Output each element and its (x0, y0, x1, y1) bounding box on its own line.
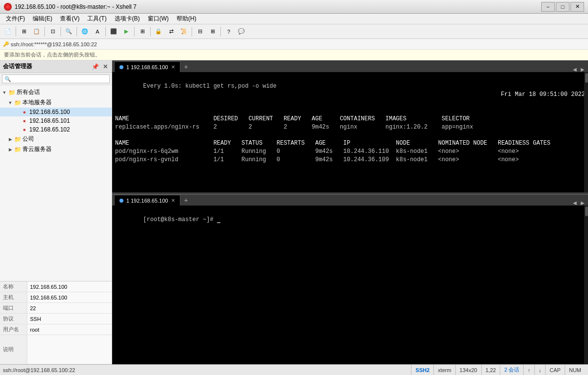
tree-arrow-qingyun: ▶ (7, 147, 14, 152)
folder-local-icon: 📁 (14, 99, 21, 106)
tb-sep-5 (105, 27, 106, 37)
status-up[interactable]: ↑ (523, 365, 534, 375)
menu-window[interactable]: 窗口(W) (144, 14, 173, 24)
sidebar-search-input[interactable] (2, 75, 110, 83)
app-icon (4, 3, 12, 11)
lower-tab-1-label: 1 192.168.65.100 (126, 198, 168, 204)
tree-item-server-102[interactable]: ● 192.168.65.102 (0, 125, 112, 134)
info-label-user: 用户名 (0, 324, 27, 335)
info-row-desc: 说明 (0, 335, 112, 364)
status-num: NUM (565, 365, 585, 375)
tree-item-server-100[interactable]: ● 192.168.65.100 (0, 108, 112, 116)
close-button[interactable]: ✕ (570, 2, 584, 12)
folder-all-icon: 📁 (8, 89, 16, 96)
toolbar: 📄 ⊞ 📋 ⊡ 🔍 🌐 A ⬛ ▶ ⊞ 🔒 ⇄ 📜 ⊟ ⊞ ? 💬 (0, 24, 588, 39)
tb-layout-button[interactable]: ⊞ (137, 26, 148, 37)
tb-help-button[interactable]: ? (223, 26, 235, 37)
tb-paste-button[interactable]: 📋 (31, 26, 42, 37)
tb-search-button[interactable]: 🔍 (63, 26, 75, 37)
menu-tools[interactable]: 工具(T) (83, 14, 110, 24)
term-blank-1 (115, 107, 585, 115)
status-down[interactable]: ↓ (534, 365, 546, 375)
menu-edit[interactable]: 编辑(E) (29, 14, 56, 24)
tree-label-all: 所有会话 (17, 88, 40, 96)
lower-tab-nav-right[interactable]: ▶ (579, 200, 586, 206)
tb-globe-button[interactable]: 🌐 (79, 26, 91, 37)
tree-arrow-local: ▼ (7, 100, 14, 105)
tb-chat-button[interactable]: 💬 (235, 26, 247, 37)
tb-script-button[interactable]: 📜 (178, 26, 190, 37)
server-102-icon: ● (20, 126, 28, 133)
tb-connect-button[interactable]: ⊡ (47, 26, 59, 37)
tree-label-local: 本地服务器 (22, 98, 52, 107)
menu-tabs[interactable]: 选项卡(B) (111, 14, 144, 24)
tb-lock-button[interactable]: 🔒 (153, 26, 164, 37)
window-controls: − □ ✕ (541, 2, 584, 12)
tree-item-local-servers[interactable]: ▼ 📁 本地服务器 (0, 97, 112, 108)
tab-nav-right[interactable]: ▶ (579, 67, 586, 72)
tb-new-button[interactable]: 📄 (2, 26, 14, 37)
upper-tab-1-close[interactable]: ✕ (171, 64, 175, 70)
info-bar: 要添加当前会话，点击左侧的箭头按钮。 (0, 50, 588, 60)
tree-item-server-101[interactable]: ● 192.168.65.101 (0, 116, 112, 125)
tb-font-button[interactable]: A (92, 26, 103, 37)
sidebar: 会话管理器 📌 ✕ ▼ 📁 所有会话 ▼ 📁 本地服务器 (0, 60, 112, 364)
tb-sep-4 (77, 27, 77, 37)
main-area: 会话管理器 📌 ✕ ▼ 📁 所有会话 ▼ 📁 本地服务器 (0, 60, 588, 364)
tb-copy-button[interactable]: ⊞ (18, 26, 30, 37)
menu-help[interactable]: 帮助(H) (173, 14, 200, 24)
status-sessions: 2 会话 (500, 365, 523, 375)
upper-tab-1-label: 1 192.168.65.100 (126, 64, 168, 70)
upper-tab-1[interactable]: 1 192.168.65.100 ✕ (114, 61, 180, 72)
tree-item-all-sessions[interactable]: ▼ 📁 所有会话 (0, 87, 112, 97)
tb-stop-button[interactable]: ⬛ (108, 26, 119, 37)
lower-tab-nav-left[interactable]: ◀ (571, 200, 578, 206)
lower-scroll-thumb (585, 206, 588, 216)
tree-label-s100: 192.168.65.100 (29, 109, 70, 115)
tree-item-company[interactable]: ▶ 📁 公司 (0, 134, 112, 144)
lower-prompt-line: [root@k8s-master ~]# █ (115, 207, 585, 232)
info-row-name: 名称 192.168.65.100 (0, 281, 112, 292)
lower-tab-add[interactable]: + (181, 195, 191, 206)
upper-tab-bar: 1 192.168.65.100 ✕ + ◀ ▶ (112, 60, 588, 72)
tab-nav-left[interactable]: ◀ (571, 67, 578, 72)
server-101-icon: ● (20, 117, 28, 124)
tree-item-qingyun[interactable]: ▶ 📁 青云服务器 (0, 144, 112, 154)
tree-arrow-company: ▶ (7, 137, 14, 142)
tb-split-v-button[interactable]: ⊟ (194, 26, 206, 37)
info-value-desc (27, 335, 112, 364)
tb-split-h-button[interactable]: ⊞ (207, 26, 218, 37)
sidebar-close-icon[interactable]: ✕ (102, 63, 109, 70)
minimize-button[interactable]: − (541, 2, 555, 12)
sidebar-tree: ▼ 📁 所有会话 ▼ 📁 本地服务器 ● 192.168.65.100 (0, 85, 112, 281)
term-timestamp: Fri Mar 18 09:51:00 2022 (501, 91, 585, 99)
term-pod-header: NAME READY STATUS RESTARTS AGE IP NODE N… (115, 139, 585, 148)
info-value-user: root (27, 324, 112, 335)
lower-tab-1-close[interactable]: ✕ (171, 198, 175, 203)
window-title: 192.168.65.100 - root@k8s-master:~ - Xsh… (15, 3, 137, 10)
upper-scrollbar[interactable] (584, 72, 588, 192)
menu-view[interactable]: 查看(V) (56, 14, 83, 24)
lower-tab-1[interactable]: 1 192.168.65.100 ✕ (114, 195, 180, 206)
menu-file[interactable]: 文件(F) (2, 14, 29, 24)
lower-scrollbar[interactable] (584, 206, 588, 364)
upper-scroll-thumb (585, 73, 588, 83)
tb-record-button[interactable]: ▶ (120, 26, 132, 37)
tab-nav-btns: ◀ ▶ (571, 67, 586, 72)
status-cap: CAP (545, 365, 565, 375)
upper-terminal[interactable]: Every 1.0s: kubectl get rs,pod -o wide F… (112, 72, 588, 194)
lower-terminal[interactable]: [root@k8s-master ~]# █ (112, 206, 588, 364)
sidebar-title: 会话管理器 (3, 62, 32, 71)
tree-label-s102: 192.168.65.102 (29, 126, 70, 133)
info-value-name: 192.168.65.100 (27, 281, 112, 292)
tb-transfer-button[interactable]: ⇄ (165, 26, 177, 37)
tb-sep-8 (192, 27, 192, 37)
lower-prompt: [root@k8s-master ~]# (143, 216, 217, 223)
sidebar-pin-icon[interactable]: 📌 (91, 63, 100, 70)
upper-tab-add[interactable]: + (181, 61, 191, 72)
lower-tab-bar: 1 192.168.65.100 ✕ + ◀ ▶ (112, 194, 588, 206)
server-100-icon: ● (20, 109, 28, 115)
maximize-button[interactable]: □ (556, 2, 569, 12)
tb-sep-3 (60, 27, 61, 37)
terminal-area: 1 192.168.65.100 ✕ + ◀ ▶ Every 1.0s: kub… (112, 60, 588, 364)
